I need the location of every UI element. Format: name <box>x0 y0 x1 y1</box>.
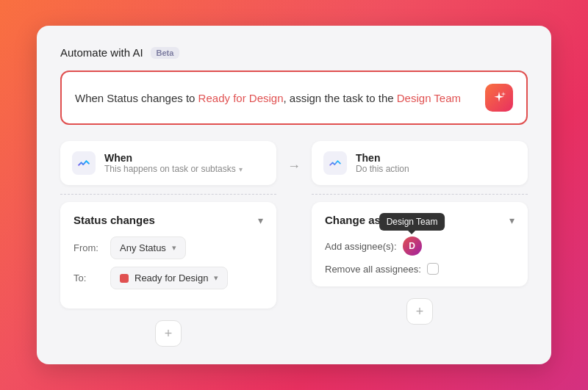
then-add-area: + <box>312 295 528 325</box>
then-icon <box>323 151 347 175</box>
sparkle-button[interactable] <box>485 84 513 112</box>
trigger-condition-title: Status changes <box>74 214 155 226</box>
add-assignee-row: Add assignee(s): Design Team D <box>325 236 514 256</box>
when-add-button[interactable]: + <box>155 320 182 347</box>
to-row: To: Ready for Design ▾ <box>74 267 263 289</box>
sparkle-icon <box>492 90 506 105</box>
trigger-chevron-icon: ▾ <box>258 214 263 226</box>
trigger-condition-box: Status changes ▾ From: Any Status ▾ To: … <box>60 202 276 308</box>
when-divider <box>60 194 276 195</box>
then-action-box: Then Do this action <box>312 141 528 185</box>
clickup-logo-then <box>327 155 343 171</box>
then-text: Then Do this action <box>356 152 409 174</box>
when-label: When <box>104 152 243 164</box>
when-column: When This happens on task or subtasks ▾ … <box>60 141 276 347</box>
prompt-box: When Status changes to Ready for Design,… <box>60 71 528 125</box>
prompt-text: When Status changes to Ready for Design,… <box>75 92 475 104</box>
prompt-prefix: When Status changes to <box>75 92 198 104</box>
panel-title: Automate with AI <box>60 46 143 59</box>
clickup-logo-when <box>76 155 92 171</box>
prompt-highlight2: Design Team <box>397 92 461 104</box>
prompt-middle: , assign the task to the <box>284 92 397 104</box>
when-trigger-box: When This happens on task or subtasks ▾ <box>60 141 276 185</box>
then-add-button[interactable]: + <box>406 298 433 325</box>
from-chevron-icon: ▾ <box>172 243 176 253</box>
when-icon <box>72 151 96 175</box>
status-dot-icon <box>120 274 129 283</box>
remove-row: Remove all assignees: <box>325 263 514 275</box>
to-select[interactable]: Ready for Design ▾ <box>110 267 228 289</box>
then-label: Then <box>356 152 409 164</box>
from-label: From: <box>74 242 101 253</box>
action-condition-box: Change assignees ▾ Add assignee(s): Desi… <box>312 202 528 286</box>
when-text: When This happens on task or subtasks ▾ <box>104 152 243 174</box>
then-sublabel: Do this action <box>356 164 409 174</box>
then-column: Then Do this action Change assignees ▾ A… <box>312 141 528 325</box>
assignee-avatar[interactable]: D <box>403 236 422 256</box>
to-label: To: <box>74 272 101 284</box>
arrow-icon: → <box>287 159 301 174</box>
from-row: From: Any Status ▾ <box>74 236 263 259</box>
to-chevron-icon: ▾ <box>214 273 218 283</box>
action-chevron-icon: ▾ <box>509 214 514 226</box>
automate-panel: Automate with AI Beta When Status change… <box>37 26 551 364</box>
beta-badge: Beta <box>151 47 180 59</box>
assignee-tooltip-container: Design Team D <box>403 236 422 256</box>
header-row: Automate with AI Beta <box>60 46 528 59</box>
when-add-area: + <box>60 317 276 347</box>
trigger-condition-header: Status changes ▾ <box>74 214 263 226</box>
from-select[interactable]: Any Status ▾ <box>110 236 186 259</box>
arrow-col: → <box>276 141 312 174</box>
tooltip-box: Design Team <box>379 213 445 231</box>
then-divider <box>312 194 528 195</box>
add-assignee-label: Add assignee(s): <box>325 241 397 252</box>
remove-label: Remove all assignees: <box>325 264 421 275</box>
workflow-row: When This happens on task or subtasks ▾ … <box>60 141 528 347</box>
remove-checkbox[interactable] <box>427 263 439 275</box>
when-chevron-icon: ▾ <box>239 165 243 173</box>
prompt-highlight1: Ready for Design <box>198 92 284 104</box>
when-sublabel: This happens on task or subtasks ▾ <box>104 164 243 174</box>
